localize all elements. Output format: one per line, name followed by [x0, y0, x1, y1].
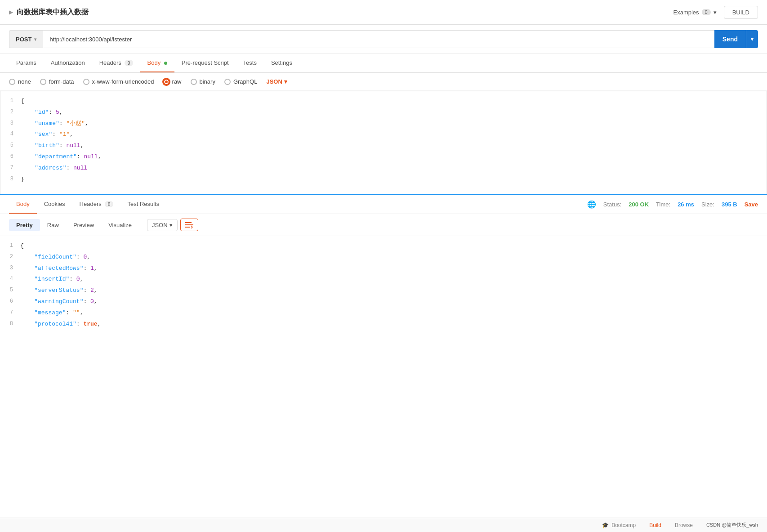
examples-badge: 0	[702, 9, 711, 15]
method-select[interactable]: POST ▾	[9, 30, 43, 48]
line-content: "fieldCount": 0,	[20, 253, 767, 262]
time-label: Time:	[656, 201, 670, 208]
radio-x-www-form-urlencoded[interactable]: x-www-form-urlencoded	[83, 78, 154, 85]
line-number: 5	[0, 286, 20, 295]
line-content: "address": null	[21, 164, 767, 173]
method-label: POST	[16, 36, 31, 43]
size-value: 395 B	[722, 201, 737, 208]
response-meta: 🌐 Status: 200 OK Time: 26 ms Size: 395 B…	[587, 200, 758, 209]
radio-form-data[interactable]: form-data	[40, 78, 74, 85]
request-code-line: 7 "address": null	[0, 163, 767, 174]
arrow-icon[interactable]: ▶	[9, 9, 13, 15]
line-number: 6	[0, 297, 20, 306]
radio-raw-circle	[163, 79, 169, 85]
radio-binary-circle	[191, 79, 197, 85]
line-content: }	[21, 175, 767, 184]
tab-tests[interactable]: Tests	[236, 54, 264, 72]
line-number: 2	[0, 108, 21, 116]
resp-json-chevron-icon: ▾	[169, 222, 173, 228]
line-number: 1	[0, 97, 21, 105]
size-label: Size:	[701, 201, 714, 208]
radio-form-data-circle	[40, 79, 46, 85]
body-dot	[164, 62, 167, 65]
tab-prerequest[interactable]: Pre-request Script	[174, 54, 236, 72]
response-code-line: 5 "serverStatus": 2,	[0, 285, 767, 296]
json-type-dropdown[interactable]: JSON ▾	[266, 78, 287, 85]
response-section: Body Cookies Headers 8 Test Results 🌐 St…	[0, 194, 767, 518]
resp-tab-cookies[interactable]: Cookies	[37, 195, 72, 214]
line-content: {	[21, 97, 767, 106]
examples-button[interactable]: Examples 0 ▾	[673, 9, 717, 16]
resp-tab-body[interactable]: Body	[9, 195, 37, 214]
request-tabs: Params Authorization Headers 9 Body Pre-…	[0, 54, 767, 73]
line-number: 3	[0, 264, 20, 273]
radio-none[interactable]: none	[9, 78, 31, 85]
tab-body[interactable]: Body	[140, 54, 174, 72]
tab-authorization[interactable]: Authorization	[44, 54, 92, 72]
response-code-line: 3 "affectedRows": 1,	[0, 263, 767, 274]
line-content: "department": null,	[21, 152, 767, 162]
line-number: 7	[0, 308, 20, 317]
format-tab-visualize[interactable]: Visualize	[101, 219, 139, 231]
format-tab-preview[interactable]: Preview	[66, 219, 101, 231]
response-tabs-bar: Body Cookies Headers 8 Test Results 🌐 St…	[0, 195, 767, 214]
bottom-bar: 🎓 Bootcamp Build Browse CSDN @简单快乐_wsh	[0, 518, 767, 532]
globe-icon: 🌐	[587, 200, 596, 209]
request-code-line: 2 "id": 5,	[0, 107, 767, 118]
line-number: 8	[0, 320, 20, 328]
body-type-row: none form-data x-www-form-urlencoded raw…	[0, 73, 767, 91]
csdn-badge: CSDN @简单快乐_wsh	[706, 522, 758, 528]
page-title: 向数据库表中插入数据	[17, 8, 89, 17]
bootcamp-item[interactable]: 🎓 Bootcamp	[602, 522, 636, 528]
radio-graphql[interactable]: GraphQL	[224, 78, 257, 85]
resp-tab-test-results[interactable]: Test Results	[120, 195, 167, 214]
line-content: "sex": "1",	[21, 130, 767, 139]
request-code-line: 5 "birth": null,	[0, 140, 767, 152]
tab-settings[interactable]: Settings	[264, 54, 299, 72]
save-button[interactable]: Save	[745, 201, 758, 208]
request-code-line: 4 "sex": "1",	[0, 129, 767, 140]
json-dropdown-chevron-icon: ▾	[284, 78, 287, 85]
send-button[interactable]: Send ▾	[714, 30, 758, 48]
response-code-line: 1{	[0, 241, 767, 252]
line-content: "message": "",	[20, 308, 767, 318]
browse-item[interactable]: Browse	[675, 522, 693, 528]
build-item[interactable]: Build	[649, 522, 661, 528]
format-tab-pretty[interactable]: Pretty	[9, 219, 40, 231]
url-input[interactable]	[43, 30, 714, 48]
build-button[interactable]: BUILD	[724, 6, 758, 19]
format-tab-raw[interactable]: Raw	[40, 219, 66, 231]
request-code-line: 8}	[0, 174, 767, 185]
radio-binary[interactable]: binary	[191, 78, 215, 85]
tab-params[interactable]: Params	[9, 54, 44, 72]
method-chevron-icon: ▾	[34, 37, 36, 42]
line-number: 1	[0, 241, 20, 250]
response-code-line: 4 "insertId": 0,	[0, 274, 767, 285]
response-body-viewer: 1{2 "fieldCount": 0,3 "affectedRows": 1,…	[0, 236, 767, 334]
line-number: 8	[0, 175, 21, 183]
radio-none-circle	[9, 79, 15, 85]
response-tabs: Body Cookies Headers 8 Test Results	[9, 195, 166, 214]
line-content: "uname": "小赵",	[21, 119, 767, 129]
examples-chevron-icon: ▾	[713, 9, 717, 16]
line-content: "warningCount": 0,	[20, 297, 767, 307]
line-number: 7	[0, 164, 21, 172]
bootcamp-icon: 🎓	[602, 522, 609, 528]
line-content: "serverStatus": 2,	[20, 286, 767, 295]
request-code-line: 1{	[0, 96, 767, 107]
line-number: 4	[0, 130, 21, 139]
radio-graphql-circle	[224, 79, 231, 85]
tab-headers[interactable]: Headers 9	[92, 54, 140, 72]
wrap-toggle-button[interactable]	[180, 219, 198, 231]
format-tabs: Pretty Raw Preview Visualize	[9, 219, 139, 231]
line-content: "protocol41": true,	[20, 320, 767, 329]
line-number: 2	[0, 253, 20, 261]
examples-label: Examples	[673, 9, 699, 16]
request-body-editor[interactable]: 1{2 "id": 5,3 "uname": "小赵",4 "sex": "1"…	[0, 91, 767, 194]
resp-tab-headers[interactable]: Headers 8	[72, 195, 120, 214]
line-content: "birth": null,	[21, 141, 767, 151]
resp-json-format-select[interactable]: JSON ▾	[147, 219, 178, 231]
time-value: 26 ms	[678, 201, 694, 208]
radio-urlencoded-circle	[83, 79, 89, 85]
radio-raw[interactable]: raw	[163, 78, 182, 85]
